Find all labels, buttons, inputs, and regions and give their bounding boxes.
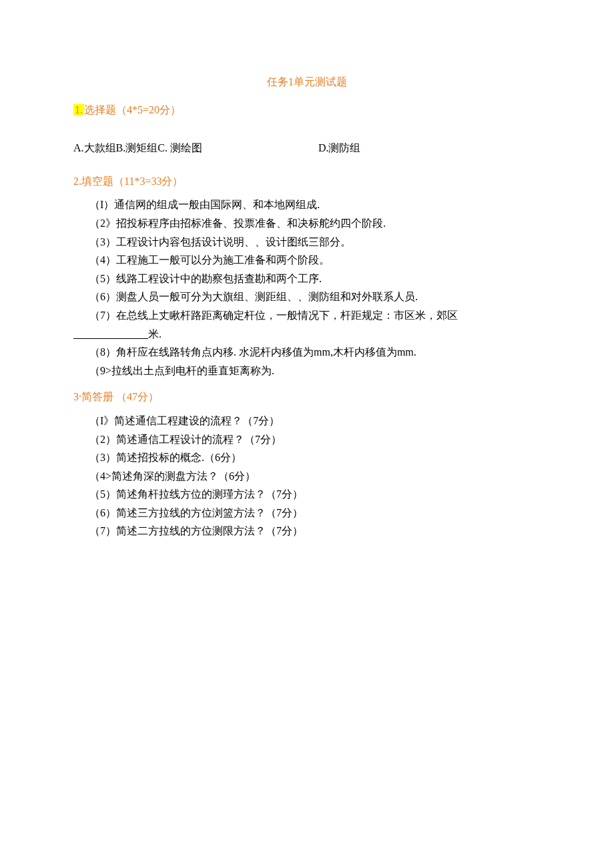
answer-item-2: （2）简述通信工程设计的流程？（7分） bbox=[73, 431, 541, 448]
fill-item-8: （8）角杆应在线路转角点内移. 水泥杆内移值为mm,木杆内移值为mm. bbox=[73, 344, 541, 361]
fill-item-6: （6）测盘人员一般可分为大旗组、测距组、、测防组和对外联系人员. bbox=[73, 288, 541, 306]
fill-item-7: （7）在总线上丈瞅杆路距离确定杆位，一般情况下，杆距规定：市区米，郊区 bbox=[73, 307, 541, 324]
fill-item-3: （3）工程设计内容包括设计说明、、设计图纸三部分。 bbox=[73, 234, 541, 251]
choices-abc: A.大款组B.测矩组C. 测绘图 bbox=[73, 142, 202, 153]
fill-item-9: （9>拉线出土点到电杆的垂直矩离称为. bbox=[73, 362, 541, 380]
answer-item-5: （5）简述角杆拉线方位的测瑾方法？（7分） bbox=[73, 486, 541, 503]
choice-line: A.大款组B.测矩组C. 测绘图 D.测防组 bbox=[73, 139, 541, 157]
section1-num: 1. bbox=[73, 104, 84, 115]
section3-heading: 3·简答册 （47分） bbox=[73, 388, 541, 406]
answer-item-4: （4>简述角深的测盘方法？（6分） bbox=[73, 468, 541, 485]
fill-item-1: （I）通信网的组成一般由国际网、和本地网组成. bbox=[73, 196, 541, 213]
fill-item-4: （4）工程施工一般可以分为施工准备和两个阶段。 bbox=[73, 252, 541, 269]
answer-item-7: （7）简述二方拉线的方位测限方法？（7分） bbox=[73, 522, 541, 540]
answer-item-3: （3）简述招投标的概念.（6分） bbox=[73, 449, 541, 466]
fill-item-2: （2》招投标程序由招标准备、投票准备、和决标舵约四个阶段. bbox=[73, 215, 541, 232]
choice-d: D.测防组 bbox=[318, 139, 361, 157]
fill-item-5: （5）线路工程设计中的勘察包括查勘和两个工序. bbox=[73, 270, 541, 288]
section2-heading: 2.填空题（11*3=33分） bbox=[73, 173, 541, 190]
page-title: 任务1单元测试题 bbox=[73, 73, 541, 91]
fill-item-7b: 米. bbox=[73, 326, 541, 343]
section1-heading: 1.选择题（4*5=20分） bbox=[73, 101, 541, 119]
fill-item-7-suffix: 米. bbox=[148, 328, 162, 340]
answer-item-1: （I》简述通信工程建设的流程？（7分） bbox=[73, 412, 541, 430]
answer-item-6: （6）简述三方拉线的方位浏篮方法？（7分） bbox=[73, 504, 541, 522]
section1-heading-text: 选择题（4*5=20分） bbox=[84, 104, 181, 115]
blank-underline bbox=[73, 328, 148, 340]
